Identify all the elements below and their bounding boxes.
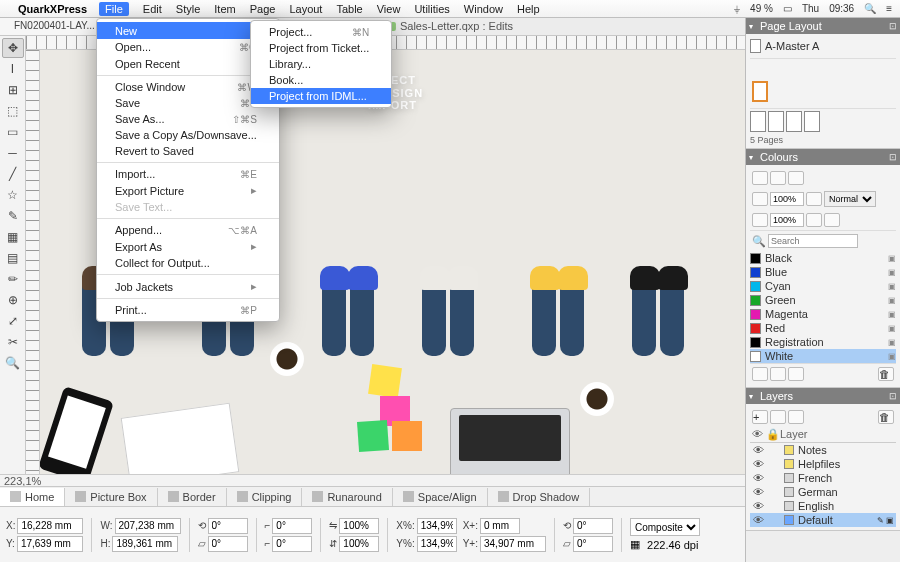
menu-view[interactable]: View <box>377 3 401 15</box>
tint-icon[interactable] <box>752 213 768 227</box>
blend-select[interactable]: Normal <box>824 191 876 207</box>
pic-angle-input[interactable] <box>573 518 613 534</box>
spotlight-icon[interactable]: 🔍 <box>864 3 876 14</box>
tool-button[interactable]: ⤢ <box>2 311 24 331</box>
fill-icon[interactable] <box>752 171 768 185</box>
tool-button[interactable]: ▤ <box>2 248 24 268</box>
skew-input[interactable] <box>208 536 248 552</box>
page-thumb[interactable] <box>804 111 820 132</box>
menu-item[interactable]: Save a Copy As/Downsave... <box>97 127 279 143</box>
visibility-icon[interactable]: 👁 <box>752 458 764 470</box>
opacity-input[interactable] <box>770 192 804 206</box>
tool-button[interactable]: ─ <box>2 143 24 163</box>
visibility-icon[interactable]: 👁 <box>752 514 764 526</box>
menu-item[interactable]: Export Picture <box>97 182 279 199</box>
solid-icon[interactable] <box>752 192 768 206</box>
colour-row[interactable]: Magenta▣ <box>750 307 896 321</box>
close-icon[interactable]: ⊡ <box>889 391 897 401</box>
menu-file[interactable]: File <box>99 2 129 16</box>
xoff-input[interactable] <box>480 518 520 534</box>
menu-style[interactable]: Style <box>176 3 200 15</box>
pic-skew-input[interactable] <box>573 536 613 552</box>
h-input[interactable] <box>112 536 178 552</box>
swap-icon[interactable] <box>788 171 804 185</box>
tool-button[interactable]: ⊕ <box>2 290 24 310</box>
clock-day[interactable]: Thu <box>802 3 819 14</box>
measurement-tab[interactable]: Clipping <box>227 488 303 506</box>
merge-button[interactable] <box>770 410 786 424</box>
layer-row[interactable]: 👁English <box>750 499 896 513</box>
new-layer-button[interactable]: + <box>752 410 768 424</box>
menu-item[interactable]: Revert to Saved <box>97 143 279 159</box>
page-thumb[interactable] <box>750 111 766 132</box>
master-row[interactable]: A-Master A <box>750 37 896 55</box>
panel-header[interactable]: Layers⊡ <box>746 388 900 404</box>
colour-row[interactable]: Registration▣ <box>750 335 896 349</box>
gradient-icon[interactable] <box>806 192 822 206</box>
ruler-vertical[interactable] <box>26 50 40 486</box>
yp-input[interactable] <box>417 536 457 552</box>
measurement-tab[interactable]: Space/Align <box>393 488 488 506</box>
menu-item[interactable]: Job Jackets <box>97 278 279 295</box>
layer-row[interactable]: 👁Notes <box>750 443 896 457</box>
page-thumb[interactable] <box>752 81 768 102</box>
y-input[interactable] <box>17 536 83 552</box>
scale-input[interactable] <box>339 518 379 534</box>
menu-item[interactable]: Item <box>214 3 235 15</box>
layer-row[interactable]: 👁Helpfiles <box>750 457 896 471</box>
measurement-tab[interactable]: Border <box>158 488 227 506</box>
square-icon[interactable] <box>806 213 822 227</box>
xp-input[interactable] <box>417 518 457 534</box>
tool-button[interactable]: ✥ <box>2 38 24 58</box>
corner-b-input[interactable] <box>272 536 312 552</box>
panel-header[interactable]: Page Layout⊡ <box>746 18 900 34</box>
menu-page[interactable]: Page <box>250 3 276 15</box>
visibility-icon[interactable]: 👁 <box>752 500 764 512</box>
menu-item[interactable]: Collect for Output... <box>97 255 279 271</box>
tool-button[interactable]: ╱ <box>2 164 24 184</box>
menu-utilities[interactable]: Utilities <box>414 3 449 15</box>
tool-button[interactable]: ▦ <box>2 227 24 247</box>
yoff-input[interactable] <box>480 536 546 552</box>
visibility-icon[interactable]: 👁 <box>752 444 764 456</box>
layer-row[interactable]: 👁Default✎ ▣ <box>750 513 896 527</box>
clock-time[interactable]: 09:36 <box>829 3 854 14</box>
scale2-input[interactable] <box>339 536 379 552</box>
menu-table[interactable]: Table <box>336 3 362 15</box>
colour-row[interactable]: Red▣ <box>750 321 896 335</box>
visibility-icon[interactable]: 👁 <box>752 486 764 498</box>
tool-button[interactable]: ☆ <box>2 185 24 205</box>
menu-item[interactable]: Append...⌥⌘A <box>97 222 279 238</box>
tool-button[interactable]: ▭ <box>2 122 24 142</box>
layer-row[interactable]: 👁German <box>750 485 896 499</box>
measurement-tab[interactable]: Drop Shadow <box>488 488 591 506</box>
menu-item[interactable]: Import...⌘E <box>97 166 279 182</box>
tool-button[interactable]: 🔍 <box>2 353 24 373</box>
colour-row[interactable]: Cyan▣ <box>750 279 896 293</box>
flip-v-icon[interactable]: ⇵ <box>329 538 337 549</box>
flip-h-icon[interactable]: ⇋ <box>329 520 337 531</box>
menu-help[interactable]: Help <box>517 3 540 15</box>
submenu-item[interactable]: Project...⌘N <box>251 24 391 40</box>
document-tab[interactable]: FN0200401-LAY... <box>0 18 110 35</box>
submenu-item[interactable]: Library... <box>251 56 391 72</box>
page-thumb[interactable] <box>768 111 784 132</box>
page-thumb[interactable] <box>786 111 802 132</box>
measurement-tab[interactable]: Picture Box <box>65 488 157 506</box>
dup-colour-button[interactable] <box>788 367 804 381</box>
menu-layout[interactable]: Layout <box>289 3 322 15</box>
submenu-item[interactable]: Book... <box>251 72 391 88</box>
stroke-icon[interactable] <box>770 171 786 185</box>
layer-row[interactable]: 👁French <box>750 471 896 485</box>
tool-button[interactable]: ✂ <box>2 332 24 352</box>
submenu-item[interactable]: Project from IDML... <box>251 88 391 104</box>
colour-row[interactable]: White▣ <box>750 349 896 363</box>
move-button[interactable] <box>788 410 804 424</box>
close-icon[interactable]: ⊡ <box>889 21 897 31</box>
colour-row[interactable]: Green▣ <box>750 293 896 307</box>
visibility-icon[interactable]: 👁 <box>752 472 764 484</box>
corner-a-input[interactable] <box>272 518 312 534</box>
menu-window[interactable]: Window <box>464 3 503 15</box>
menu-icon[interactable]: ≡ <box>886 3 892 14</box>
new-colour-button[interactable] <box>752 367 768 381</box>
